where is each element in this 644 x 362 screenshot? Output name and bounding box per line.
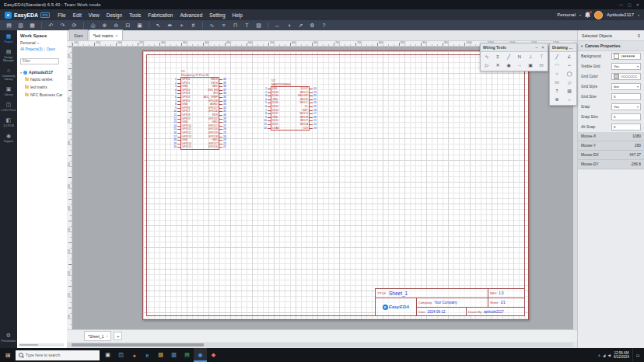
polyline-icon[interactable]: ∠ [563, 53, 576, 61]
prop-grid-style-select[interactable]: line▾ [611, 83, 641, 90]
bezier-icon[interactable]: ∽ [563, 61, 576, 70]
task-view-icon[interactable]: ▣ [101, 348, 114, 362]
component-u1[interactable]: U1Raspberry Pi Pico W1234567891011121314… [170, 70, 230, 149]
text-icon[interactable]: T [243, 20, 251, 30]
canvas-properties-section[interactable]: ▼ Canvas Properties [578, 40, 644, 51]
line-icon[interactable]: ╱ [551, 53, 563, 61]
tree-item-haptic-anklet[interactable]: haptic-anklet [19, 75, 65, 83]
origin-icon[interactable]: ⊕ [551, 96, 563, 104]
tray-volume-icon[interactable]: ◀ [608, 353, 611, 357]
rect-icon[interactable]: ▭ [551, 78, 563, 87]
menu-item-edit[interactable]: Edit [73, 12, 82, 18]
arc-icon[interactable]: ◠ [551, 61, 563, 70]
ellipse-icon[interactable]: ◯ [563, 70, 576, 78]
measure-icon[interactable]: ↔ [273, 20, 282, 30]
prop-alt-snap-input[interactable]: 5 [611, 124, 641, 131]
file-explorer-icon[interactable]: ▨ [154, 348, 167, 362]
edge-icon[interactable]: e [141, 348, 154, 362]
pan-icon[interactable]: ⇹ [166, 20, 174, 30]
tab-led-matrix[interactable]: *led matrix× [89, 30, 123, 40]
component-u2[interactable]: U2MAX7219ENG123456789101112DINDIG0DIG4GN… [260, 79, 320, 130]
bus-icon[interactable]: ≡ [492, 53, 503, 61]
cursor-icon[interactable]: ↖ [154, 20, 163, 30]
zoom-fit-icon[interactable]: ▣ [135, 20, 144, 30]
prop-grid-color-input[interactable]: #CCCCCC [611, 73, 641, 80]
wire-icon[interactable]: ∿ [208, 20, 216, 30]
taskbar-clock[interactable]: 12:56 AM 6/12/2024 [614, 351, 629, 360]
rail-item-design-manager[interactable]: ▤Design Manager [0, 46, 17, 64]
menu-item-tools[interactable]: Tools [129, 12, 141, 18]
prop-background-input[interactable]: #FFFFFF [611, 53, 641, 60]
palette-minimize-button[interactable]: − [534, 45, 539, 50]
taskbar-search[interactable]: Type here to search [16, 350, 100, 360]
schematic-sheet[interactable]: U1Raspberry Pi Pico W1234567891011121314… [142, 50, 529, 320]
tray-network-icon[interactable]: ◢ [603, 353, 605, 357]
prop-snap-select[interactable]: Yes▾ [611, 103, 641, 110]
menu-item-setting[interactable]: Setting [209, 12, 225, 18]
sheet-tab[interactable]: *Sheet_1 ▾ [84, 331, 111, 341]
account-dropdown[interactable]: Personal▾ [17, 38, 67, 45]
window-close-button[interactable]: ✕ [636, 2, 639, 7]
crosshair-icon[interactable]: ⌖ [177, 20, 186, 30]
annotation-icon[interactable]: ▭ [536, 61, 547, 70]
all-projects-link[interactable]: All Projects(3) [20, 47, 43, 51]
prop-snap-size-input[interactable]: 5 [611, 113, 641, 120]
menu-item-advanced[interactable]: Advanced [180, 12, 202, 18]
sheets-icon[interactable]: ▤ [180, 348, 194, 362]
prop-visible-grid-select[interactable]: Yes▾ [611, 63, 641, 70]
share-icon[interactable]: ↗ [296, 20, 305, 30]
net-port-icon[interactable]: ▷ [481, 61, 492, 70]
canvas-horizontal-scrollbar[interactable] [67, 343, 573, 347]
username-dropdown[interactable]: Aptitude2117 [607, 12, 634, 17]
help-icon[interactable]: ? [320, 20, 328, 30]
schematic-canvas[interactable]: U1Raspberry Pi Pico W1234567891011121314… [72, 47, 573, 329]
net-label-icon[interactable]: N [514, 53, 525, 61]
menu-item-fabrication[interactable]: Fabrication [148, 12, 173, 18]
undo-icon[interactable]: ↶ [47, 20, 55, 30]
notifications-icon[interactable] [585, 12, 590, 18]
wire-icon[interactable]: ∿ [481, 53, 492, 61]
grid-icon[interactable]: # [189, 20, 198, 30]
easyeda-logo[interactable]: e EasyEDA STD [0, 12, 54, 19]
menu-item-help[interactable]: Help [233, 12, 243, 18]
open-file-icon[interactable]: ▥ [16, 20, 25, 30]
window-minimize-button[interactable]: — [619, 2, 623, 7]
menu-item-file[interactable]: File [58, 12, 65, 18]
tab-close-icon[interactable]: × [116, 33, 118, 38]
net-flag-vcc-icon[interactable]: ⊤ [536, 53, 547, 61]
people-icon[interactable]: ◫ [114, 348, 128, 362]
polygon-icon[interactable]: ◇ [563, 78, 576, 87]
text-tool-icon[interactable]: T [551, 87, 563, 96]
tree-item-nfc-business-car[interactable]: NFC Business Car [19, 91, 65, 99]
rail-item-commonly-library[interactable]: ⌂Commonly Library [0, 64, 17, 83]
rail-item-lcsc-parts[interactable]: ◫LCSC Parts [0, 99, 17, 114]
avatar[interactable] [594, 11, 603, 19]
rail-item-jlcpcb[interactable]: ◧JLCPCB [0, 114, 17, 130]
theme-icon[interactable]: ◑ [285, 20, 293, 30]
pin-icon[interactable]: → [514, 61, 525, 70]
symbol-icon[interactable]: ⊓ [231, 20, 240, 30]
net-flag-gnd-icon[interactable]: ⊥ [525, 53, 536, 61]
photos-icon[interactable]: ◆ [207, 348, 220, 362]
group-icon[interactable]: ▣ [525, 61, 536, 70]
add-sheet-button[interactable]: + [114, 332, 122, 340]
zoom-window-icon[interactable]: ⊡ [124, 20, 132, 30]
window-maximize-button[interactable]: ▢ [628, 2, 632, 7]
rail-item-support[interactable]: ◉Support [0, 130, 17, 145]
start-button[interactable]: ⊞ [0, 352, 16, 359]
new-file-icon[interactable]: ▤ [5, 20, 13, 30]
action-center-icon[interactable]: ▭ [632, 348, 642, 362]
dimension-icon[interactable]: ↔ [563, 96, 576, 104]
settings-icon[interactable]: ⚙ [308, 20, 317, 30]
personal-dropdown[interactable]: Personal [557, 12, 576, 17]
rail-item-project[interactable]: ▦Project [0, 30, 17, 46]
image-icon[interactable]: ▨ [254, 20, 263, 30]
tree-item-led-matrix[interactable]: led matrix [19, 83, 65, 91]
menu-item-view[interactable]: View [89, 12, 100, 18]
circle-icon[interactable]: ○ [551, 70, 563, 78]
save-icon[interactable]: ▦ [28, 20, 37, 30]
tab-start[interactable]: Start [69, 30, 88, 40]
prop-grid-size-input[interactable]: 5 [611, 93, 641, 100]
voltage-probe-icon[interactable]: ◉ [503, 61, 514, 70]
palette-close-button[interactable]: × [541, 45, 545, 50]
